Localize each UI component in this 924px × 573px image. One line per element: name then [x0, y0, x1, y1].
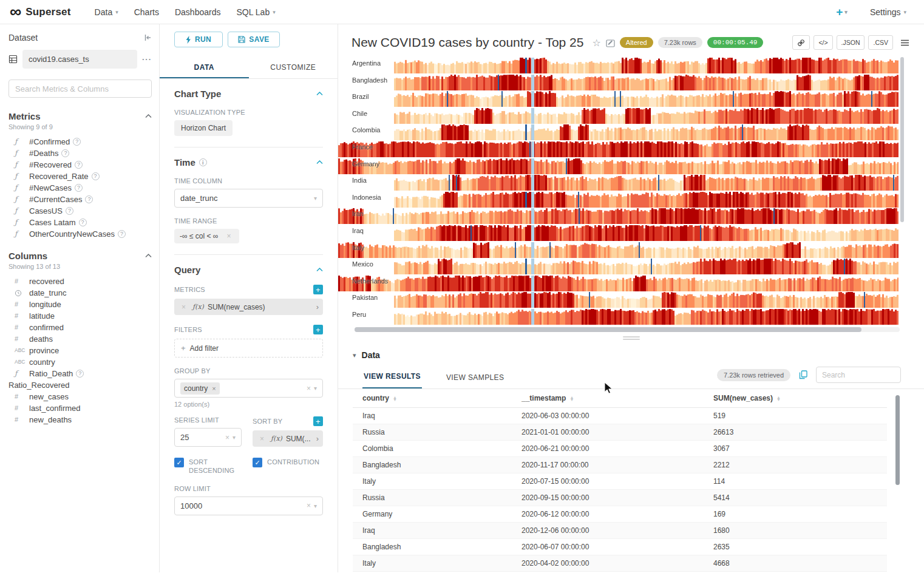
column-item[interactable]: #confirmed	[8, 322, 152, 333]
clear-icon[interactable]: ×	[226, 232, 231, 240]
run-button[interactable]: RUN	[174, 32, 223, 47]
metric-item[interactable]: ƒ#Deaths?	[8, 147, 152, 159]
chart-menu-button[interactable]	[897, 35, 913, 50]
metric-item[interactable]: ƒ#CurrentCases?	[8, 194, 152, 205]
tab-data[interactable]: DATA	[160, 57, 249, 78]
time-column-label: TIME COLUMN	[174, 177, 323, 185]
column-item[interactable]: Ratio_Recovered	[8, 379, 152, 391]
metric-item[interactable]: ƒ#NewCases?	[8, 182, 152, 194]
country-label: Peru	[352, 311, 366, 318]
column-item[interactable]: #recovered	[8, 276, 152, 287]
new-item-button[interactable]: +▾	[836, 5, 848, 19]
scrollbar-thumb[interactable]	[895, 395, 900, 485]
contribution-checkbox[interactable]: ✓	[253, 458, 262, 467]
column-item[interactable]: #last_confirmed	[8, 402, 152, 414]
nav-item-sql-lab[interactable]: SQL Lab▾	[236, 7, 275, 17]
nav-item-charts[interactable]: Charts	[134, 7, 159, 17]
horizon-chart-canvas[interactable]	[338, 57, 899, 325]
sort-descending-checkbox[interactable]: ✓	[174, 458, 184, 467]
tab-customize[interactable]: CUSTOMIZE	[249, 57, 338, 78]
function-icon: ƒ	[15, 370, 29, 378]
tab-view-samples[interactable]: VIEW SAMPLES	[445, 367, 506, 388]
help-icon: ?	[79, 219, 87, 226]
dataset-name[interactable]: covid19.cases_ts	[22, 50, 137, 69]
tab-view-results[interactable]: VIEW RESULTS	[362, 366, 422, 388]
column-header-country[interactable]: country▲▼	[353, 389, 512, 408]
metrics-list: ƒ#Confirmed?ƒ#Deaths?ƒ#Recovered?ƒRecove…	[8, 136, 152, 240]
edit-title-icon[interactable]	[606, 38, 615, 47]
help-icon: ?	[61, 149, 69, 157]
chevron-up-icon[interactable]	[145, 114, 152, 118]
column-item[interactable]: #new_deaths	[8, 414, 152, 426]
metric-item[interactable]: ƒOtherCountryNewCases?	[8, 228, 152, 240]
remove-chip-icon[interactable]: ×	[212, 385, 216, 392]
favorite-star-icon[interactable]: ☆	[592, 37, 600, 49]
scrollbar-thumb[interactable]	[900, 57, 904, 222]
column-item[interactable]: #new_cases	[8, 391, 152, 402]
series-limit-select[interactable]: 25 × ▾	[174, 428, 242, 447]
viz-type-value[interactable]: Horizon Chart	[174, 120, 233, 136]
embed-code-button[interactable]: </>	[814, 35, 832, 50]
clear-icon[interactable]: ×	[307, 384, 311, 393]
add-sort-button[interactable]: +	[313, 416, 323, 426]
metric-chip[interactable]: × ƒ(x) SUM(new_cases) ›	[174, 299, 323, 315]
column-item[interactable]: ABCprovince	[8, 345, 152, 356]
collapse-panel-icon[interactable]	[143, 33, 152, 42]
add-filter-dropzone[interactable]: + Add filter	[174, 339, 323, 358]
columns-showing-count: Showing 13 of 13	[8, 263, 152, 270]
chart-horizontal-scrollbar[interactable]	[355, 327, 900, 332]
metric-item[interactable]: ƒRecovered_Rate?	[8, 171, 152, 182]
chevron-up-icon[interactable]	[316, 160, 323, 164]
results-search-input[interactable]	[816, 367, 901, 383]
time-range-chip[interactable]: -∞ ≤ col < ∞ ×	[174, 229, 239, 243]
clear-icon[interactable]: ×	[225, 433, 229, 442]
clear-icon[interactable]: ×	[307, 501, 311, 510]
row-limit-select[interactable]: 10000 × ▾	[174, 497, 323, 515]
nav-item-dashboards[interactable]: Dashboards	[175, 7, 221, 17]
add-filter-button[interactable]: +	[313, 325, 323, 334]
chevron-up-icon[interactable]	[316, 92, 323, 96]
group-by-chip[interactable]: country ×	[180, 382, 220, 395]
export-csv-button[interactable]: .CSV	[868, 35, 893, 50]
dataset-more-options-icon[interactable]: ···	[142, 55, 152, 64]
column-item[interactable]: ABCcountry	[8, 356, 152, 368]
remove-metric-icon[interactable]: ×	[182, 303, 186, 311]
column-item[interactable]: #latitude	[8, 310, 152, 322]
superset-brand[interactable]: ∞ Superset	[10, 5, 71, 19]
scrollbar-thumb[interactable]	[355, 327, 861, 332]
panel-resize-handle[interactable]	[338, 332, 924, 344]
export-json-button[interactable]: .JSON	[837, 35, 865, 50]
caret-down-icon: ▾	[314, 503, 317, 509]
column-item[interactable]: date_trunc	[8, 287, 152, 299]
metrics-columns-search-input[interactable]	[8, 80, 152, 98]
chevron-up-icon[interactable]	[316, 268, 323, 272]
share-link-button[interactable]	[792, 35, 810, 50]
country-label: Germany	[352, 160, 379, 168]
metric-item[interactable]: ƒ#Recovered?	[8, 159, 152, 171]
column-item[interactable]: #longitude	[8, 299, 152, 310]
chevron-up-icon[interactable]	[145, 254, 152, 258]
column-header-timestamp[interactable]: __timestamp▲▼	[512, 389, 704, 408]
chevron-down-icon[interactable]: ▾	[353, 351, 356, 359]
clock-icon	[15, 290, 29, 297]
time-column-select[interactable]: date_trunc ▾	[174, 189, 323, 208]
table-vertical-scrollbar[interactable]	[895, 393, 900, 538]
group-by-select[interactable]: country × × ▾	[174, 379, 323, 398]
metric-item[interactable]: ƒCases Latam?	[8, 217, 152, 228]
metric-item[interactable]: ƒ#Confirmed?	[8, 136, 152, 147]
column-header-metric[interactable]: SUM(new_cases)▲▼	[704, 389, 887, 408]
sort-by-chip[interactable]: × ƒ(x) SUM(... ›	[253, 430, 323, 447]
settings-menu[interactable]: Settings▾	[870, 7, 906, 17]
column-item[interactable]: ƒRatio_Death?	[8, 368, 152, 379]
column-item[interactable]: #deaths	[8, 333, 152, 345]
save-button[interactable]: SAVE	[228, 32, 280, 47]
metrics-label: METRICS	[174, 286, 205, 293]
copy-data-button[interactable]	[799, 370, 807, 379]
remove-sort-icon[interactable]: ×	[260, 435, 264, 443]
caret-down-icon: ▾	[115, 9, 118, 15]
add-metric-button[interactable]: +	[313, 285, 323, 294]
chevron-right-icon: ›	[316, 434, 319, 443]
metric-item[interactable]: ƒCasesUS?	[8, 205, 152, 217]
nav-item-data[interactable]: Data▾	[95, 7, 118, 17]
chart-vertical-scrollbar[interactable]	[900, 57, 904, 324]
